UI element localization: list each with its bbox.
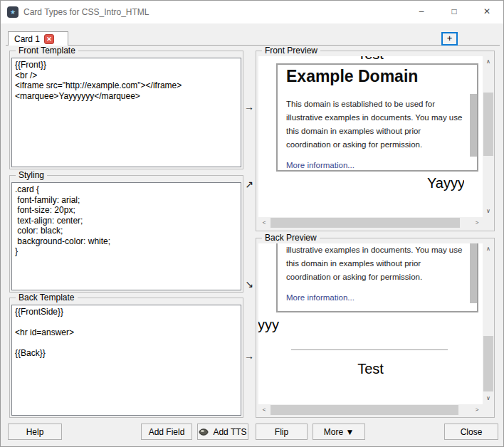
scroll-up-icon[interactable]: ∧ [483, 56, 494, 68]
styling-group: Styling .card { font-family: arial; font… [9, 175, 243, 293]
scrollbar-thumb[interactable] [271, 405, 458, 415]
more-button[interactable]: More ▼ [313, 424, 365, 440]
scroll-down-icon[interactable]: ∨ [483, 393, 494, 404]
back-template-arrow-icon: → [243, 350, 255, 362]
front-card-field-clip: Test [258, 56, 483, 61]
tab-card-1-label: Card 1 [14, 34, 40, 44]
back-template-group: Back Template {{FrontSide}} <hr id=answe… [9, 298, 243, 418]
help-button-label: Help [26, 427, 44, 437]
back-template-label: Back Template [16, 293, 78, 303]
back-answer-text: Test [258, 361, 483, 377]
example-domain-paragraph: This domain is established to be used fo… [286, 98, 477, 152]
scrollbar-thumb[interactable] [483, 336, 493, 391]
add-tts-button[interactable]: Add TTS [197, 424, 248, 440]
anki-app-icon: ★ [7, 6, 19, 18]
styling-down-arrow-icon: ↘ [243, 278, 255, 290]
window-title: Card Types for CSS_Intro_HTML [23, 7, 149, 17]
add-field-button-label: Add Field [149, 427, 185, 437]
minimize-button[interactable]: – [405, 1, 438, 23]
tab-pane-border [6, 45, 500, 46]
back-preview-group: Back Preview illustrative examples in do… [256, 238, 495, 418]
answer-divider [291, 349, 448, 350]
tab-close-icon[interactable]: ✕ [44, 34, 54, 44]
front-template-editor[interactable]: {{Front}} <br /> <iframe src="http://exa… [11, 58, 241, 167]
front-preview-iframe: Example Domain This domain is establishe… [276, 63, 478, 172]
close-button[interactable]: Close [444, 424, 498, 440]
tab-card-1[interactable]: Card 1 ✕ [8, 31, 68, 46]
scroll-up-icon[interactable]: ∧ [483, 243, 494, 255]
front-template-label: Front Template [16, 46, 78, 56]
iframe-scrollbar-thumb[interactable] [470, 94, 477, 157]
front-preview-horizontal-scrollbar[interactable]: < > [258, 217, 483, 228]
close-window-button[interactable]: ✕ [471, 1, 503, 23]
front-card-field-text: Test [258, 56, 483, 61]
back-template-editor[interactable]: {{FrontSide}} <hr id=answer> {{Back}} [11, 305, 241, 416]
front-template-arrow-icon: → [243, 101, 255, 112]
front-preview-vertical-scrollbar[interactable]: ∧ ∨ [483, 56, 494, 217]
example-domain-heading: Example Domain [286, 67, 477, 86]
card-types-dialog: ★ Card Types for CSS_Intro_HTML – □ ✕ Ca… [0, 0, 504, 447]
styling-up-arrow-icon: ↗ [243, 179, 255, 190]
flip-button-label: Flip [275, 427, 288, 437]
back-preview-webview: illustrative examples in documents. You … [258, 243, 483, 404]
front-marquee-clip: Yayyyy [427, 175, 464, 194]
scrollbar-thumb[interactable] [271, 218, 460, 228]
more-button-label: More ▼ [324, 427, 355, 437]
tts-speaker-icon [199, 428, 209, 436]
add-tts-button-label: Add TTS [213, 427, 246, 437]
add-field-button[interactable]: Add Field [141, 424, 192, 440]
add-card-type-button[interactable]: + [441, 32, 458, 46]
scroll-right-icon[interactable]: > [471, 217, 483, 228]
back-marquee-text: yyyy [258, 317, 279, 333]
back-preview-horizontal-scrollbar[interactable]: < > [258, 404, 483, 416]
scroll-left-icon[interactable]: < [258, 404, 270, 416]
front-preview-label: Front Preview [262, 46, 320, 56]
back-marquee-clip: yyyy [258, 317, 303, 335]
back-preview-iframe: illustrative examples in documents. You … [276, 243, 478, 312]
example-domain-paragraph: illustrative examples in documents. You … [286, 243, 477, 284]
styling-label: Styling [16, 170, 47, 180]
scroll-down-icon[interactable]: ∨ [483, 206, 494, 217]
scroll-left-icon[interactable]: < [258, 217, 270, 228]
title-bar: ★ Card Types for CSS_Intro_HTML – □ ✕ [1, 1, 503, 23]
back-preview-label: Back Preview [262, 233, 320, 243]
iframe-scrollbar-thumb[interactable] [470, 243, 477, 303]
back-preview-vertical-scrollbar[interactable]: ∧ ∨ [483, 243, 494, 404]
close-button-label: Close [461, 427, 483, 437]
more-information-link[interactable]: More information... [286, 293, 477, 302]
help-button[interactable]: Help [8, 424, 62, 440]
front-marquee-text: Yayyyy [427, 175, 464, 191]
more-information-link[interactable]: More information... [286, 161, 477, 169]
flip-button[interactable]: Flip [256, 424, 308, 440]
styling-editor[interactable]: .card { font-family: arial; font-size: 2… [11, 182, 241, 290]
front-preview-group: Front Preview Test Example Domain This d… [256, 51, 495, 231]
scrollbar-thumb[interactable] [483, 93, 493, 156]
front-preview-webview: Test Example Domain This domain is estab… [258, 56, 483, 217]
front-template-group: Front Template {{Front}} <br /> <iframe … [9, 51, 243, 169]
maximize-button[interactable]: □ [438, 1, 471, 23]
scroll-right-icon[interactable]: > [471, 404, 483, 416]
